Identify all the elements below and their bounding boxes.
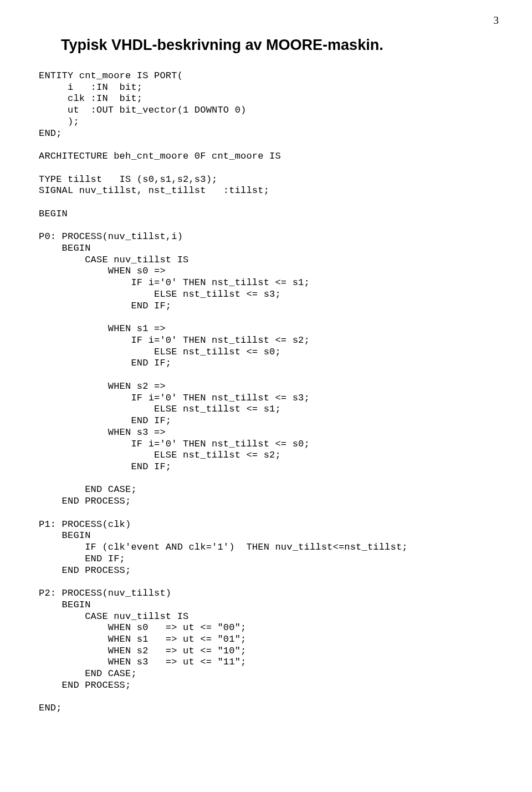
code-block: ENTITY cnt_moore IS PORT( i :IN bit; clk… — [39, 70, 493, 714]
page-number: 3 — [494, 14, 499, 27]
page-title: Typisk VHDL-beskrivning av MOORE-maskin. — [61, 37, 493, 54]
